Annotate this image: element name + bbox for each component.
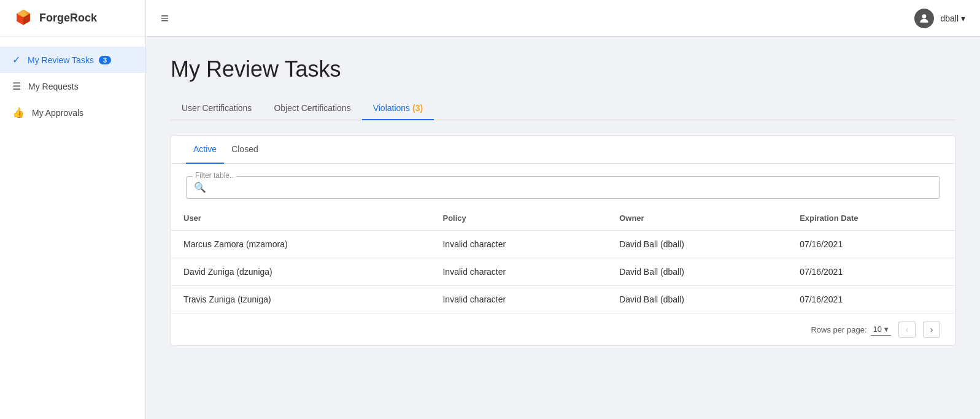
col-policy: Policy xyxy=(430,206,607,231)
cell-policy: Invalid character xyxy=(430,231,607,258)
forgerock-logo-icon xyxy=(12,7,34,29)
table-row[interactable]: David Zuniga (dzuniga) Invalid character… xyxy=(171,258,955,286)
avatar xyxy=(914,9,934,28)
tab-user-certifications[interactable]: User Certifications xyxy=(171,97,263,120)
sidebar-item-my-approvals[interactable]: 👍 My Approvals xyxy=(0,99,145,126)
hamburger-menu-icon[interactable]: ≡ xyxy=(161,10,169,26)
filter-area: Filter table.. 🔍 xyxy=(171,164,955,206)
tab-label: User Certifications xyxy=(182,103,252,113)
tab-closed[interactable]: Closed xyxy=(224,136,266,164)
cell-user: David Zuniga (dzuniga) xyxy=(171,258,430,286)
tab-label: Object Certifications xyxy=(274,103,350,113)
content-area: My Review Tasks User Certifications Obje… xyxy=(146,37,980,419)
violations-card: Active Closed Filter table.. 🔍 User xyxy=(171,135,955,346)
col-expiration: Expiration Date xyxy=(787,206,955,231)
thumbs-up-icon: 👍 xyxy=(12,107,25,118)
sidebar-item-my-requests[interactable]: ☰ My Requests xyxy=(0,73,145,99)
sidebar-item-label: My Approvals xyxy=(32,108,83,118)
rows-per-page: Rows per page: 10 ▾ xyxy=(811,323,891,336)
violations-badge: (3) xyxy=(412,103,423,113)
pagination-prev-button[interactable]: ‹ xyxy=(898,321,916,338)
tab-violations[interactable]: Violations (3) xyxy=(362,97,434,120)
topbar: ≡ dball ▾ xyxy=(146,0,980,37)
rows-per-page-value: 10 xyxy=(873,325,882,334)
sidebar-item-badge: 3 xyxy=(99,56,111,64)
cell-expiration: 07/16/2021 xyxy=(787,231,955,258)
main-area: ≡ dball ▾ My Review Tasks User Certifica… xyxy=(146,0,980,419)
table-body: Marcus Zamora (mzamora) Invalid characte… xyxy=(171,231,955,313)
tab-label: Closed xyxy=(231,144,258,154)
filter-label: Filter table.. xyxy=(193,171,236,180)
cell-expiration: 07/16/2021 xyxy=(787,258,955,286)
pagination-bar: Rows per page: 10 ▾ ‹ › xyxy=(171,313,955,345)
rows-per-page-label: Rows per page: xyxy=(811,325,866,334)
list-icon: ☰ xyxy=(12,80,21,92)
cell-user: Travis Zuniga (tzuniga) xyxy=(171,286,430,313)
sidebar-nav: ✓ My Review Tasks 3 ☰ My Requests 👍 My A… xyxy=(0,47,145,126)
table-header: User Policy Owner Expiration Date xyxy=(171,206,955,231)
rows-per-page-select[interactable]: 10 ▾ xyxy=(871,323,891,336)
sidebar: ForgeRock ✓ My Review Tasks 3 ☰ My Reque… xyxy=(0,0,146,419)
cell-user: Marcus Zamora (mzamora) xyxy=(171,231,430,258)
cell-owner: David Ball (dball) xyxy=(607,286,787,313)
tab-active[interactable]: Active xyxy=(186,136,224,164)
user-name: dball xyxy=(940,13,959,23)
sidebar-item-my-review-tasks[interactable]: ✓ My Review Tasks 3 xyxy=(0,47,145,73)
tab-object-certifications[interactable]: Object Certifications xyxy=(263,97,361,120)
sidebar-item-label: My Requests xyxy=(28,82,79,91)
sidebar-logo: ForgeRock xyxy=(0,0,145,37)
user-menu[interactable]: dball ▾ xyxy=(914,9,965,28)
page-title: My Review Tasks xyxy=(171,56,955,82)
tab-label: Active xyxy=(193,144,217,154)
chevron-down-icon: ▾ xyxy=(884,325,889,334)
cell-policy: Invalid character xyxy=(430,258,607,286)
cell-owner: David Ball (dball) xyxy=(607,258,787,286)
table-row[interactable]: Travis Zuniga (tzuniga) Invalid characte… xyxy=(171,286,955,313)
cell-owner: David Ball (dball) xyxy=(607,231,787,258)
search-icon: 🔍 xyxy=(194,182,206,193)
filter-box: Filter table.. 🔍 xyxy=(186,176,940,199)
col-user: User xyxy=(171,206,430,231)
cell-expiration: 07/16/2021 xyxy=(787,286,955,313)
tabs-primary: User Certifications Object Certification… xyxy=(171,97,955,120)
tabs-secondary: Active Closed xyxy=(171,136,955,164)
pagination-next-button[interactable]: › xyxy=(923,321,940,338)
brand-name: ForgeRock xyxy=(39,12,97,25)
tab-label: Violations xyxy=(373,103,410,113)
sidebar-item-label: My Review Tasks xyxy=(28,55,94,65)
svg-point-4 xyxy=(922,14,927,18)
col-owner: Owner xyxy=(607,206,787,231)
violations-table: User Policy Owner Expiration Date Marcus… xyxy=(171,206,955,313)
table-row[interactable]: Marcus Zamora (mzamora) Invalid characte… xyxy=(171,231,955,258)
check-circle-icon: ✓ xyxy=(12,54,20,66)
chevron-down-icon: ▾ xyxy=(961,13,965,23)
user-avatar-icon xyxy=(918,12,930,25)
filter-input[interactable] xyxy=(211,183,932,193)
cell-policy: Invalid character xyxy=(430,286,607,313)
